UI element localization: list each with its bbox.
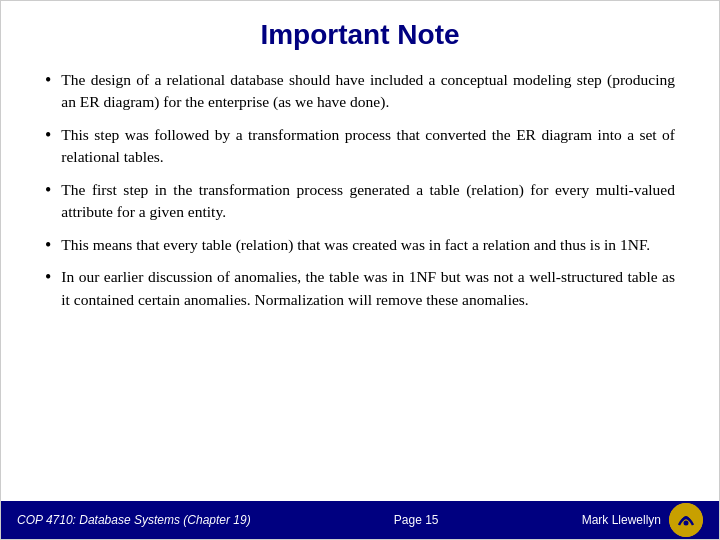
slide-footer: COP 4710: Database Systems (Chapter 19) … bbox=[1, 501, 719, 539]
bullet-item: •This means that every table (relation) … bbox=[45, 234, 675, 256]
bullet-dot: • bbox=[45, 70, 51, 91]
slide-container: Important Note •The design of a relation… bbox=[0, 0, 720, 540]
bullet-item: •In our earlier discussion of anomalies,… bbox=[45, 266, 675, 311]
bullet-dot: • bbox=[45, 125, 51, 146]
slide-title: Important Note bbox=[1, 1, 719, 65]
bullet-item: •This step was followed by a transformat… bbox=[45, 124, 675, 169]
svg-point-0 bbox=[669, 503, 703, 537]
bullet-item: •The design of a relational database sho… bbox=[45, 69, 675, 114]
footer-sections: COP 4710: Database Systems (Chapter 19) … bbox=[17, 503, 703, 537]
bullet-text: The first step in the transformation pro… bbox=[61, 179, 675, 224]
bullet-text: In our earlier discussion of anomalies, … bbox=[61, 266, 675, 311]
footer-course: COP 4710: Database Systems (Chapter 19) bbox=[17, 513, 251, 527]
bullet-text: The design of a relational database shou… bbox=[61, 69, 675, 114]
bullet-dot: • bbox=[45, 267, 51, 288]
bullet-dot: • bbox=[45, 235, 51, 256]
bullet-text: This step was followed by a transformati… bbox=[61, 124, 675, 169]
footer-author: Mark Llewellyn bbox=[582, 513, 661, 527]
slide-content: •The design of a relational database sho… bbox=[1, 65, 719, 501]
svg-point-1 bbox=[684, 521, 689, 526]
bullet-item: •The first step in the transformation pr… bbox=[45, 179, 675, 224]
footer-logo bbox=[669, 503, 703, 537]
bullet-dot: • bbox=[45, 180, 51, 201]
bullet-text: This means that every table (relation) t… bbox=[61, 234, 650, 256]
footer-page: Page 15 bbox=[394, 513, 439, 527]
